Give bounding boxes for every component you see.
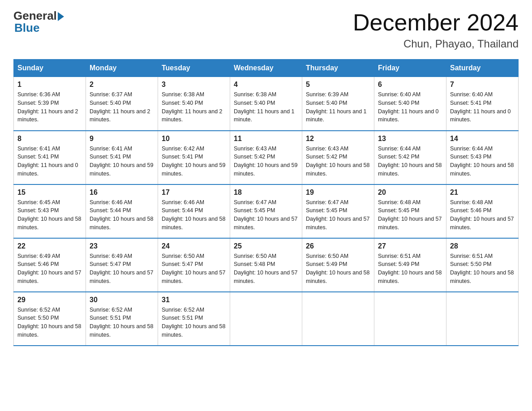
day-info: Sunrise: 6:46 AMSunset: 5:44 PMDaylight:… [90, 198, 154, 232]
day-info: Sunrise: 6:50 AMSunset: 5:49 PMDaylight:… [306, 252, 370, 286]
day-info: Sunrise: 6:47 AMSunset: 5:45 PMDaylight:… [234, 198, 298, 232]
day-number: 3 [162, 81, 226, 89]
calendar-cell: 19 Sunrise: 6:47 AMSunset: 5:45 PMDaylig… [302, 184, 374, 238]
day-info: Sunrise: 6:41 AMSunset: 5:41 PMDaylight:… [90, 145, 154, 178]
calendar-cell: 7 Sunrise: 6:40 AMSunset: 5:41 PMDayligh… [446, 77, 519, 131]
day-number: 5 [306, 81, 370, 89]
day-number: 14 [450, 135, 515, 143]
calendar-cell: 3 Sunrise: 6:38 AMSunset: 5:40 PMDayligh… [158, 77, 230, 131]
day-number: 10 [162, 135, 226, 143]
calendar-cell: 20 Sunrise: 6:48 AMSunset: 5:45 PMDaylig… [374, 184, 446, 238]
day-info: Sunrise: 6:52 AMSunset: 5:50 PMDaylight:… [17, 306, 82, 339]
calendar-header-tuesday: Tuesday [158, 60, 230, 77]
calendar-cell: 8 Sunrise: 6:41 AMSunset: 5:41 PMDayligh… [14, 131, 86, 184]
day-number: 2 [90, 81, 154, 89]
calendar-header-friday: Friday [374, 60, 446, 77]
calendar-week-row: 29 Sunrise: 6:52 AMSunset: 5:50 PMDaylig… [14, 292, 519, 346]
calendar-cell: 2 Sunrise: 6:37 AMSunset: 5:40 PMDayligh… [86, 77, 158, 131]
day-info: Sunrise: 6:50 AMSunset: 5:48 PMDaylight:… [234, 252, 298, 286]
day-info: Sunrise: 6:48 AMSunset: 5:46 PMDaylight:… [450, 198, 515, 232]
day-info: Sunrise: 6:50 AMSunset: 5:47 PMDaylight:… [162, 252, 226, 286]
day-number: 22 [17, 242, 82, 250]
day-number: 21 [450, 188, 515, 197]
day-number: 28 [450, 242, 515, 250]
day-number: 16 [90, 188, 154, 197]
calendar-header-sunday: Sunday [14, 60, 86, 77]
day-info: Sunrise: 6:44 AMSunset: 5:42 PMDaylight:… [378, 145, 442, 178]
calendar-cell: 14 Sunrise: 6:44 AMSunset: 5:43 PMDaylig… [446, 131, 519, 184]
calendar-cell: 30 Sunrise: 6:52 AMSunset: 5:51 PMDaylig… [86, 292, 158, 346]
day-info: Sunrise: 6:44 AMSunset: 5:43 PMDaylight:… [450, 145, 515, 178]
calendar-cell: 28 Sunrise: 6:51 AMSunset: 5:50 PMDaylig… [446, 238, 519, 292]
day-number: 15 [17, 188, 82, 197]
calendar-cell: 29 Sunrise: 6:52 AMSunset: 5:50 PMDaylig… [14, 292, 86, 346]
day-info: Sunrise: 6:51 AMSunset: 5:50 PMDaylight:… [450, 252, 515, 286]
calendar-cell: 18 Sunrise: 6:47 AMSunset: 5:45 PMDaylig… [230, 184, 302, 238]
day-number: 17 [162, 188, 226, 197]
calendar-header-monday: Monday [86, 60, 158, 77]
day-number: 13 [378, 135, 442, 143]
calendar-cell [302, 292, 374, 346]
calendar-cell: 22 Sunrise: 6:49 AMSunset: 5:46 PMDaylig… [14, 238, 86, 292]
location-title: Chun, Phayao, Thailand [353, 38, 519, 50]
calendar-cell: 11 Sunrise: 6:43 AMSunset: 5:42 PMDaylig… [230, 131, 302, 184]
calendar-cell: 23 Sunrise: 6:49 AMSunset: 5:47 PMDaylig… [86, 238, 158, 292]
day-number: 26 [306, 242, 370, 250]
day-info: Sunrise: 6:46 AMSunset: 5:44 PMDaylight:… [162, 198, 226, 232]
calendar-cell: 26 Sunrise: 6:50 AMSunset: 5:49 PMDaylig… [302, 238, 374, 292]
day-info: Sunrise: 6:38 AMSunset: 5:40 PMDaylight:… [234, 90, 298, 124]
day-number: 31 [162, 296, 226, 304]
calendar-cell: 27 Sunrise: 6:51 AMSunset: 5:49 PMDaylig… [374, 238, 446, 292]
calendar-header-saturday: Saturday [446, 60, 519, 77]
day-info: Sunrise: 6:47 AMSunset: 5:45 PMDaylight:… [306, 198, 370, 232]
calendar-week-row: 8 Sunrise: 6:41 AMSunset: 5:41 PMDayligh… [14, 131, 519, 184]
calendar-cell: 4 Sunrise: 6:38 AMSunset: 5:40 PMDayligh… [230, 77, 302, 131]
calendar-cell: 15 Sunrise: 6:45 AMSunset: 5:43 PMDaylig… [14, 184, 86, 238]
calendar-cell: 10 Sunrise: 6:42 AMSunset: 5:41 PMDaylig… [158, 131, 230, 184]
calendar-cell: 13 Sunrise: 6:44 AMSunset: 5:42 PMDaylig… [374, 131, 446, 184]
day-info: Sunrise: 6:38 AMSunset: 5:40 PMDaylight:… [162, 90, 226, 124]
title-section: December 2024 Chun, Phayao, Thailand [353, 9, 519, 50]
calendar-header-row: SundayMondayTuesdayWednesdayThursdayFrid… [14, 60, 519, 77]
day-number: 24 [162, 242, 226, 250]
calendar-cell [374, 292, 446, 346]
day-info: Sunrise: 6:49 AMSunset: 5:47 PMDaylight:… [90, 252, 154, 286]
calendar-week-row: 1 Sunrise: 6:36 AMSunset: 5:39 PMDayligh… [14, 77, 519, 131]
calendar-cell: 17 Sunrise: 6:46 AMSunset: 5:44 PMDaylig… [158, 184, 230, 238]
day-number: 12 [306, 135, 370, 143]
calendar-cell: 1 Sunrise: 6:36 AMSunset: 5:39 PMDayligh… [14, 77, 86, 131]
day-number: 27 [378, 242, 442, 250]
logo: General Blue [13, 9, 64, 35]
calendar-header-thursday: Thursday [302, 60, 374, 77]
day-info: Sunrise: 6:43 AMSunset: 5:42 PMDaylight:… [306, 145, 370, 178]
day-number: 29 [17, 296, 82, 304]
day-number: 23 [90, 242, 154, 250]
logo-arrow-icon [58, 12, 64, 21]
day-number: 4 [234, 81, 298, 89]
day-number: 7 [450, 81, 515, 89]
day-info: Sunrise: 6:40 AMSunset: 5:41 PMDaylight:… [450, 90, 515, 124]
day-number: 30 [90, 296, 154, 304]
day-info: Sunrise: 6:49 AMSunset: 5:46 PMDaylight:… [17, 252, 82, 286]
day-number: 9 [90, 135, 154, 143]
day-info: Sunrise: 6:52 AMSunset: 5:51 PMDaylight:… [90, 306, 154, 339]
day-info: Sunrise: 6:52 AMSunset: 5:51 PMDaylight:… [162, 306, 226, 339]
calendar-cell [230, 292, 302, 346]
day-info: Sunrise: 6:37 AMSunset: 5:40 PMDaylight:… [90, 90, 154, 124]
calendar-cell: 21 Sunrise: 6:48 AMSunset: 5:46 PMDaylig… [446, 184, 519, 238]
calendar-cell: 6 Sunrise: 6:40 AMSunset: 5:40 PMDayligh… [374, 77, 446, 131]
day-info: Sunrise: 6:51 AMSunset: 5:49 PMDaylight:… [378, 252, 442, 286]
day-number: 6 [378, 81, 442, 89]
calendar-header-wednesday: Wednesday [230, 60, 302, 77]
day-number: 25 [234, 242, 298, 250]
day-info: Sunrise: 6:36 AMSunset: 5:39 PMDaylight:… [17, 90, 82, 124]
day-info: Sunrise: 6:42 AMSunset: 5:41 PMDaylight:… [162, 145, 226, 178]
calendar-cell: 5 Sunrise: 6:39 AMSunset: 5:40 PMDayligh… [302, 77, 374, 131]
calendar-week-row: 22 Sunrise: 6:49 AMSunset: 5:46 PMDaylig… [14, 238, 519, 292]
day-info: Sunrise: 6:48 AMSunset: 5:45 PMDaylight:… [378, 198, 442, 232]
calendar-cell: 25 Sunrise: 6:50 AMSunset: 5:48 PMDaylig… [230, 238, 302, 292]
day-number: 19 [306, 188, 370, 197]
day-number: 20 [378, 188, 442, 197]
day-info: Sunrise: 6:45 AMSunset: 5:43 PMDaylight:… [17, 198, 82, 232]
day-number: 18 [234, 188, 298, 197]
